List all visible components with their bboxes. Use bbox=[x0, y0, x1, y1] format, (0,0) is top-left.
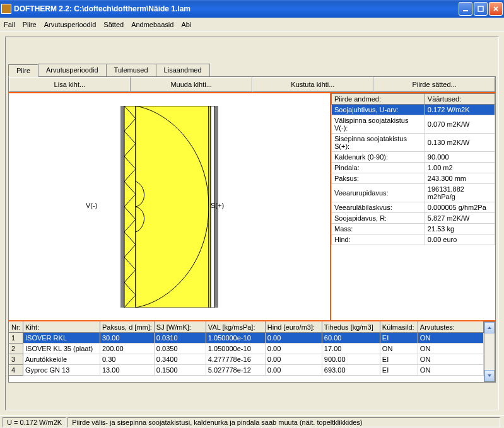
scroll-track[interactable] bbox=[484, 333, 495, 370]
layer-cell: 0.1500 bbox=[154, 365, 206, 376]
svg-rect-5 bbox=[136, 106, 209, 308]
layer-cell: 1.050000e-10 bbox=[206, 333, 265, 344]
layer-cell: 200.00 bbox=[100, 344, 155, 354]
layer-row-number: 2 bbox=[9, 344, 23, 354]
edit-layer-button[interactable]: Muuda kihti... bbox=[131, 77, 252, 92]
tab-piire[interactable]: Piire bbox=[8, 64, 38, 77]
layer-cell: Aurutõkkekile bbox=[23, 354, 100, 365]
diagram-right-label: S(+) bbox=[211, 202, 224, 209]
properties-table[interactable]: Piirde andmed: Väärtused: Soojajuhtivus,… bbox=[331, 93, 495, 245]
status-hint: Piirde välis- ja sisepinna soojatakistus… bbox=[67, 417, 500, 427]
scroll-down-button[interactable] bbox=[484, 370, 495, 381]
layer-cell: 0.3400 bbox=[154, 354, 206, 365]
property-value: 0.070 m2K/W bbox=[425, 115, 495, 134]
property-value: 0.000005 g/hm2Pa bbox=[425, 202, 495, 213]
layer-cell: 60.00 bbox=[322, 333, 380, 344]
property-name: Soojapidavus, R: bbox=[332, 213, 425, 224]
property-row[interactable]: Mass:21.53 kg bbox=[332, 224, 495, 234]
layer-cell: 0.00 bbox=[265, 354, 322, 365]
workspace: Piire Arvutusperioodid Tulemused Lisaand… bbox=[5, 37, 499, 410]
layer-cell: ISOVER RKL bbox=[23, 333, 100, 344]
layer-cell: ON bbox=[418, 333, 483, 344]
layer-cell: 30.00 bbox=[100, 333, 155, 344]
layer-row[interactable]: 2ISOVER KL 35 (plaat)200.000.03501.05000… bbox=[9, 344, 484, 354]
layer-row[interactable]: 3Aurutõkkekile0.300.34004.277778e-160.00… bbox=[9, 354, 484, 365]
tab-lisaandmed[interactable]: Lisaandmed bbox=[156, 64, 210, 76]
property-row[interactable]: Välispinna soojatakistus V(-):0.070 m2K/… bbox=[332, 115, 495, 134]
property-name: Kaldenurk (0-90): bbox=[332, 152, 425, 163]
property-row[interactable]: Soojapidavus, R:5.827 m2K/W bbox=[332, 213, 495, 224]
layer-cell: EI bbox=[380, 354, 418, 365]
property-row[interactable]: Veearurupidavus:196131.882 m2hPa/g bbox=[332, 184, 495, 202]
layers-table[interactable]: Nr:Kiht:Paksus, d [mm]:SJ [W/mK]:VAL [kg… bbox=[9, 321, 484, 376]
property-row[interactable]: Sisepinna soojatakistus S(+):0.130 m2K/W bbox=[332, 134, 495, 152]
property-name: Mass: bbox=[332, 224, 425, 234]
properties-panel: Piirde andmed: Väärtused: Soojajuhtivus,… bbox=[331, 93, 495, 320]
svg-rect-1 bbox=[478, 6, 483, 11]
property-value: 90.000 bbox=[425, 152, 495, 163]
layer-column-header[interactable]: SJ [W/mK]: bbox=[154, 322, 206, 333]
layer-cell: 693.00 bbox=[322, 365, 380, 376]
layers-panel: Nr:Kiht:Paksus, d [mm]:SJ [W/mK]:VAL [kg… bbox=[9, 321, 484, 382]
svg-rect-4 bbox=[124, 106, 136, 308]
property-value: 21.53 kg bbox=[425, 224, 495, 234]
layer-column-header[interactable]: Nr: bbox=[9, 322, 23, 333]
property-name: Veearurupidavus: bbox=[332, 184, 425, 202]
layer-column-header[interactable]: Kiht: bbox=[23, 322, 100, 333]
props-header-value: Väärtused: bbox=[425, 94, 495, 105]
menu-abi[interactable]: Abi bbox=[181, 21, 191, 28]
tab-arvutusperioodid[interactable]: Arvutusperioodid bbox=[38, 64, 107, 76]
status-u-value: U = 0.172 W/m2K bbox=[3, 417, 66, 427]
layer-row[interactable]: 1ISOVER RKL30.000.03101.050000e-100.0060… bbox=[9, 333, 484, 344]
menu-fail[interactable]: Fail bbox=[4, 21, 15, 28]
wall-section-diagram bbox=[120, 106, 218, 308]
window-title: DOFTHERM 2.2: C:\doftech\doftherm\Näide … bbox=[14, 4, 459, 13]
property-row[interactable]: Veearuläbilaskvus:0.000005 g/hm2Pa bbox=[332, 202, 495, 213]
layer-column-header[interactable]: Arvutustes: bbox=[418, 322, 483, 333]
layer-cell: ON bbox=[380, 344, 418, 354]
layer-cell: 1.050000e-10 bbox=[206, 344, 265, 354]
layer-cell: 13.00 bbox=[100, 365, 155, 376]
layer-column-header[interactable]: Hind [euro/m3]: bbox=[265, 322, 322, 333]
menu-arvutusperioodid[interactable]: Arvutusperioodid bbox=[44, 21, 97, 28]
maximize-button[interactable] bbox=[474, 2, 488, 16]
layer-cell: 0.00 bbox=[265, 365, 322, 376]
property-row[interactable]: Paksus:243.300 mm bbox=[332, 173, 495, 184]
property-row[interactable]: Hind:0.00 euro bbox=[332, 234, 495, 245]
menubar: Fail Piire Arvutusperioodid Sätted Andme… bbox=[0, 18, 504, 32]
layer-cell: 0.00 bbox=[265, 344, 322, 354]
layer-column-header[interactable]: Paksus, d [mm]: bbox=[100, 322, 155, 333]
layer-cell: ON bbox=[418, 354, 483, 365]
property-name: Veearuläbilaskvus: bbox=[332, 202, 425, 213]
close-button[interactable] bbox=[489, 2, 503, 16]
layer-column-header[interactable]: VAL [kg/msPa]: bbox=[206, 322, 265, 333]
property-row[interactable]: Pindala:1.00 m2 bbox=[332, 163, 495, 173]
layer-column-header[interactable]: Külmasild: bbox=[380, 322, 418, 333]
property-value: 1.00 m2 bbox=[425, 163, 495, 173]
property-value: 5.827 m2K/W bbox=[425, 213, 495, 224]
property-row[interactable]: Soojajuhtivus, U-arv:0.172 W/m2K bbox=[332, 105, 495, 115]
scroll-up-button[interactable] bbox=[484, 322, 495, 333]
menu-satted[interactable]: Sätted bbox=[103, 21, 124, 28]
add-layer-button[interactable]: Lisa kiht... bbox=[9, 77, 131, 92]
vertical-scrollbar[interactable] bbox=[484, 321, 495, 382]
menu-andmebaasid[interactable]: Andmebaasid bbox=[131, 21, 173, 28]
diagram-area: V(-) S(+) bbox=[9, 93, 331, 320]
tabstrip: Piire Arvutusperioodid Tulemused Lisaand… bbox=[8, 64, 496, 76]
diagram-left-label: V(-) bbox=[86, 202, 97, 209]
layer-column-header[interactable]: Tihedus [kg/m3] bbox=[322, 322, 380, 333]
delete-layer-button[interactable]: Kustuta kihti... bbox=[252, 77, 374, 92]
menu-piire[interactable]: Piire bbox=[23, 21, 37, 28]
property-row[interactable]: Kaldenurk (0-90):90.000 bbox=[332, 152, 495, 163]
settings-button[interactable]: Piirde sätted... bbox=[373, 77, 495, 92]
tab-tulemused[interactable]: Tulemused bbox=[106, 64, 156, 76]
toolbar: Lisa kiht... Muuda kihti... Kustuta kiht… bbox=[9, 77, 495, 93]
property-name: Välispinna soojatakistus V(-): bbox=[332, 115, 425, 134]
property-name: Pindala: bbox=[332, 163, 425, 173]
layer-cell: 900.00 bbox=[322, 354, 380, 365]
minimize-button[interactable] bbox=[459, 2, 472, 16]
property-name: Sisepinna soojatakistus S(+): bbox=[332, 134, 425, 152]
property-value: 243.300 mm bbox=[425, 173, 495, 184]
layer-row-number: 4 bbox=[9, 365, 23, 376]
layer-row[interactable]: 4Gyproc GN 1313.000.15005.027778e-120.00… bbox=[9, 365, 484, 376]
